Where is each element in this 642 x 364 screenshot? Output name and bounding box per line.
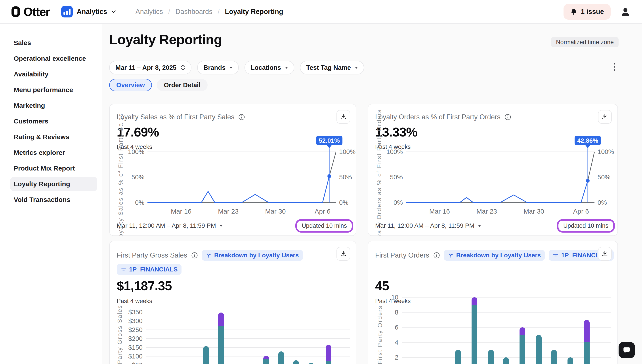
line-chart-loyalty-orders[interactable]: 0%0%50%50%100%100%Mar 16Mar 23Mar 30Apr …: [381, 133, 616, 224]
bar-segment-teal[interactable]: [536, 335, 542, 364]
y-tick-label: $50: [117, 362, 143, 364]
y-tick-label: 8: [375, 309, 398, 316]
bar-segment-teal[interactable]: [218, 326, 224, 364]
download-button[interactable]: [598, 247, 612, 261]
download-button[interactable]: [337, 247, 350, 261]
issues-badge-label: 1 issue: [581, 8, 604, 16]
download-button[interactable]: [337, 110, 350, 124]
bar-segment-teal[interactable]: [263, 359, 269, 364]
y-tick-label: $200: [117, 335, 143, 342]
card-title: Loyalty Orders as % of First Party Order…: [375, 113, 500, 121]
sidebar-item-void-transactions[interactable]: Void Transactions: [10, 192, 97, 207]
bar-segment-teal[interactable]: [293, 360, 299, 364]
tab-overview[interactable]: Overview: [109, 79, 152, 91]
breadcrumb-item-analytics[interactable]: Analytics: [136, 8, 163, 16]
bar-segment-teal[interactable]: [203, 346, 209, 364]
svg-text:Mar 23: Mar 23: [476, 208, 497, 215]
sidebar-item-menu-performance[interactable]: Menu performance: [10, 82, 97, 97]
filter-bar: Mar 11 – Apr 8, 2025 Brands Locations Te…: [109, 61, 364, 74]
gridline: [402, 342, 611, 342]
bar-segment-purple[interactable]: [519, 327, 525, 335]
bar-segment-purple[interactable]: [584, 320, 590, 342]
card-title: First Party Gross Sales: [117, 251, 187, 259]
tag-filter-label: Test Tag Name: [306, 64, 351, 71]
bar-segment-teal[interactable]: [326, 361, 332, 364]
page-kebab-menu[interactable]: [610, 61, 619, 73]
sidebar: SalesOperational excellenceAvailabilityM…: [0, 24, 102, 364]
app-switcher[interactable]: Analytics: [61, 6, 116, 18]
chart-range-control[interactable]: Mar 11, 12:00 AM – Apr 8, 11:59 PM: [117, 222, 223, 229]
sidebar-item-customers[interactable]: Customers: [10, 114, 97, 128]
date-range-filter[interactable]: Mar 11 – Apr 8, 2025: [109, 61, 191, 74]
download-button[interactable]: [598, 110, 612, 124]
bar-segment-teal[interactable]: [455, 350, 461, 364]
info-icon[interactable]: [238, 114, 245, 120]
bar-segment-teal[interactable]: [503, 357, 509, 364]
sidebar-item-marketing[interactable]: Marketing: [10, 98, 97, 113]
user-avatar-icon[interactable]: [620, 7, 630, 17]
financials-filter-chip[interactable]: 1P_FINANCIALS: [117, 264, 181, 275]
line-chart-loyalty-sales[interactable]: 0%0%50%50%100%100%Mar 16Mar 23Mar 30Apr …: [123, 133, 356, 224]
bar-segment-teal[interactable]: [584, 342, 590, 364]
bar-segment-purple[interactable]: [472, 297, 477, 305]
svg-text:100%: 100%: [597, 148, 614, 155]
sidebar-item-sales[interactable]: Sales: [10, 36, 97, 50]
caret-down-icon: [219, 225, 223, 227]
sidebar-item-availability[interactable]: Availability: [10, 67, 97, 82]
breakdown-chip[interactable]: Breakdown by Loyalty Users: [444, 250, 545, 261]
bar-segment-purple[interactable]: [326, 345, 332, 361]
card-first-party-orders: First Party Orders Breakdown by Loyalty …: [368, 241, 618, 364]
card-loyalty-orders-pct: Loyalty Orders as % of First Party Order…: [368, 104, 618, 236]
issues-badge[interactable]: 1 issue: [563, 4, 611, 20]
otter-logo-icon: [12, 6, 20, 17]
tag-filter[interactable]: Test Tag Name: [300, 61, 364, 74]
updated-badge-annotated: Updated 10 mins: [557, 219, 615, 232]
card-loyalty-sales-pct: Loyalty Sales as % of First Party Sales …: [109, 104, 356, 236]
bar-segment-teal[interactable]: [278, 352, 284, 364]
bar-segment-teal[interactable]: [488, 350, 494, 364]
date-range-value: Mar 11 – Apr 8, 2025: [115, 64, 176, 71]
tab-order-detail[interactable]: Order Detail: [157, 79, 208, 91]
sidebar-item-loyalty-reporting[interactable]: Loyalty Reporting: [10, 177, 97, 191]
chart-range-control[interactable]: Mar 11, 12:00 AM – Apr 8, 11:59 PM: [375, 222, 481, 229]
svg-text:52.01%: 52.01%: [319, 137, 340, 144]
bar-segment-teal[interactable]: [308, 363, 314, 364]
svg-text:Mar 23: Mar 23: [218, 208, 238, 215]
bar-chart-orders[interactable]: 108642: [375, 294, 611, 364]
breadcrumb: Analytics/Dashboards/Loyalty Reporting: [136, 8, 283, 16]
filter-lines-icon: [553, 252, 558, 258]
locations-filter-label: Locations: [251, 64, 281, 71]
bar-segment-teal[interactable]: [567, 357, 573, 364]
sidebar-item-metrics-explorer[interactable]: Metrics explorer: [10, 145, 97, 160]
y-tick-label: 6: [375, 324, 398, 331]
brands-filter-label: Brands: [203, 64, 225, 71]
breakdown-chip-label: Breakdown by Loyalty Users: [456, 252, 541, 259]
locations-filter[interactable]: Locations: [244, 61, 294, 74]
main-content: Loyalty Reporting Normalized time zone M…: [102, 24, 642, 364]
bar-segment-teal[interactable]: [519, 335, 525, 364]
breakdown-chip-label: Breakdown by Loyalty Users: [214, 252, 299, 259]
brands-filter[interactable]: Brands: [197, 61, 239, 74]
chat-button[interactable]: [618, 342, 635, 358]
card-title: Loyalty Sales as % of First Party Sales: [117, 113, 234, 121]
gridline: [146, 321, 350, 321]
info-icon[interactable]: [504, 114, 511, 120]
y-tick-label: 4: [375, 339, 398, 346]
sidebar-item-product-mix-report[interactable]: Product Mix Report: [10, 161, 97, 176]
sidebar-item-rating-reviews[interactable]: Rating & Reviews: [10, 130, 97, 144]
app-switcher-label: Analytics: [77, 8, 107, 16]
svg-text:Mar 16: Mar 16: [429, 208, 450, 215]
y-tick-label: $300: [117, 318, 143, 324]
bar-segment-purple[interactable]: [218, 312, 224, 326]
svg-text:0%: 0%: [394, 199, 403, 206]
breadcrumb-item-dashboards[interactable]: Dashboards: [176, 8, 212, 16]
info-icon[interactable]: [191, 252, 198, 259]
info-icon[interactable]: [433, 252, 440, 259]
breakdown-chip[interactable]: Breakdown by Loyalty Users: [202, 250, 303, 261]
bar-segment-teal[interactable]: [551, 350, 557, 364]
bar-segment-teal[interactable]: [472, 305, 477, 364]
svg-text:50%: 50%: [339, 174, 352, 181]
bar-chart-gross-sales[interactable]: $350$300$250$200$150$100$50: [117, 308, 350, 364]
otter-logo[interactable]: Otter: [12, 5, 50, 18]
sidebar-item-operational-excellence[interactable]: Operational excellence: [10, 51, 97, 66]
